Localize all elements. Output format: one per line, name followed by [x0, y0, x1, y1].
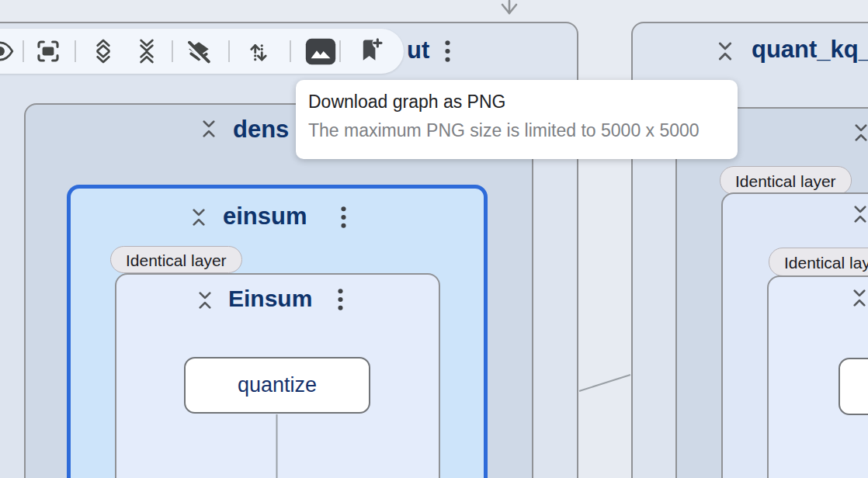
quantize-twin-node[interactable]: [838, 358, 868, 415]
einsum-layer-title: einsum: [223, 203, 307, 230]
collapse-layer-icon[interactable]: [193, 289, 217, 312]
quantize-node[interactable]: quantize: [184, 357, 370, 414]
tooltip-title: Download graph as PNG: [308, 92, 725, 113]
toolbar-separator: [23, 40, 24, 62]
identical-layer-badge: Identical layer: [720, 166, 852, 195]
tooltip-subtitle: The maximum PNG size is limited to 5000 …: [308, 120, 725, 141]
identical-layer-badge: Identical layer: [110, 246, 242, 273]
collapse-layer-icon[interactable]: [187, 206, 210, 229]
toolbar-separator: [339, 40, 341, 62]
collapse-layer-icon[interactable]: [713, 39, 738, 64]
graph-toolbar: [0, 29, 404, 74]
collapse-layer-icon[interactable]: [197, 117, 220, 140]
collapse-layer-icon[interactable]: [848, 286, 868, 310]
einsum-inner-title: Einsum: [228, 286, 312, 312]
download-png-icon[interactable]: [305, 38, 336, 65]
collapse-layer-icon[interactable]: [849, 203, 868, 226]
toolbar-separator: [290, 40, 291, 62]
toolbar-separator: [172, 40, 173, 62]
collapse-all-layers-icon[interactable]: [134, 39, 159, 64]
flatten-layers-off-icon[interactable]: [185, 38, 213, 66]
visibility-icon[interactable]: [0, 39, 14, 64]
quant-kq-layer-title: quant_kq_: [752, 36, 868, 64]
outer-layer-menu-icon[interactable]: [444, 40, 451, 63]
quantize-node-label: quantize: [238, 373, 317, 397]
edge-arrowhead: [502, 1, 516, 13]
einsum-layer-menu-icon[interactable]: [340, 206, 347, 229]
outer-layer-title: ut: [407, 36, 429, 64]
expand-all-layers-icon[interactable]: [91, 39, 116, 64]
dense-layer-title: dens: [233, 116, 289, 144]
toolbar-separator: [228, 40, 230, 62]
download-png-tooltip: Download graph as PNG The maximum PNG si…: [296, 80, 738, 159]
collapse-layer-icon[interactable]: [849, 121, 868, 144]
toolbar-separator: [75, 40, 76, 62]
swap-vertical-icon[interactable]: [245, 39, 272, 65]
fit-to-screen-icon[interactable]: [35, 38, 61, 64]
identical-layer-badge: Identical layer: [769, 248, 868, 276]
einsum-inner-menu-icon[interactable]: [337, 288, 344, 311]
add-bookmark-icon[interactable]: [357, 37, 384, 64]
